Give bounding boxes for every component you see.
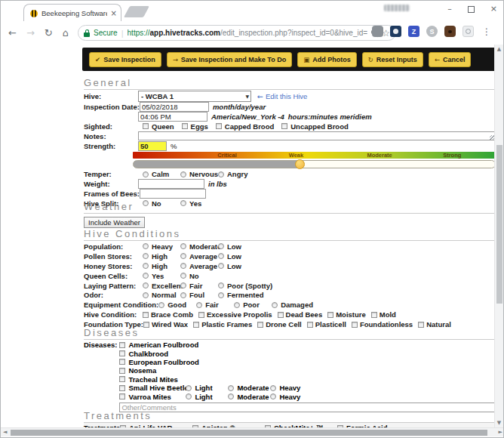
- s-extension-icon[interactable]: S: [426, 26, 438, 37]
- url-divider: |: [121, 29, 124, 38]
- radio-button[interactable]: [180, 273, 186, 279]
- reload-icon[interactable]: ↻: [45, 27, 53, 39]
- radio-button[interactable]: [180, 292, 186, 298]
- option-label: Capped Brood: [225, 122, 274, 131]
- radio-button[interactable]: [143, 171, 149, 177]
- include-weather-button[interactable]: Include Weather: [84, 217, 145, 228]
- disease-chalkbrood: Chalkbrood: [119, 349, 496, 357]
- radio-button[interactable]: [218, 282, 224, 288]
- save-inspection-make-todo-button[interactable]: → Save Inspection and Make To Do: [167, 52, 293, 67]
- hive-condition-row: Hive Condition: Brace Comb Excessive Pro…: [84, 310, 496, 319]
- radio-button[interactable]: [180, 243, 186, 249]
- hive-select[interactable]: - WCBA 1 ▼: [138, 91, 251, 102]
- camera-extension-icon[interactable]: [390, 26, 401, 37]
- radio-button[interactable]: [218, 263, 224, 269]
- strength-slider[interactable]: [133, 160, 496, 168]
- strength-slider-handle[interactable]: [295, 159, 305, 169]
- url-bar[interactable]: Secure | https:// app.hivetracks.com /ed…: [78, 25, 396, 41]
- disease-varroa-mites: Varroa Mites Light Moderate Heavy: [119, 392, 496, 400]
- radio-button[interactable]: [218, 171, 224, 177]
- radio-button[interactable]: [218, 253, 224, 259]
- checkbox[interactable]: [281, 123, 287, 129]
- radio-button[interactable]: [218, 292, 224, 298]
- row-label: Equipment Condition:: [84, 301, 158, 309]
- inspection-date-input[interactable]: [140, 102, 209, 112]
- radio-button[interactable]: [158, 302, 164, 308]
- scroll-right-icon[interactable]: ►: [499, 428, 502, 436]
- cancel-button[interactable]: ← Cancel: [429, 52, 472, 67]
- radio-button[interactable]: [143, 273, 149, 279]
- checkbox[interactable]: [119, 393, 125, 399]
- checkbox[interactable]: [278, 312, 284, 318]
- scroll-left-icon[interactable]: ◄: [3, 428, 7, 436]
- bee-extension-icon[interactable]: [444, 26, 456, 37]
- browser-tab[interactable]: Beekeeping Software | Hi ×: [23, 4, 121, 22]
- weight-input[interactable]: [138, 179, 204, 189]
- vertical-scroll-thumb[interactable]: [496, 145, 502, 304]
- checkbox[interactable]: [182, 123, 188, 129]
- tab-close-icon[interactable]: ×: [111, 9, 117, 17]
- general-section: General Hive: - WCBA 1 ▼ ← Edit this Hiv…: [84, 77, 496, 208]
- radio-button[interactable]: [143, 263, 149, 269]
- button-label: Save Inspection: [103, 56, 155, 63]
- bee-favicon-icon: [30, 10, 38, 17]
- checkbox[interactable]: [119, 385, 125, 391]
- radio-button[interactable]: [228, 385, 234, 391]
- evernote-extension-icon[interactable]: [372, 26, 383, 37]
- checkbox[interactable]: [216, 123, 222, 129]
- radio-button[interactable]: [143, 282, 149, 288]
- browser-menu-icon[interactable]: ⋮: [482, 26, 491, 37]
- notes-input[interactable]: [138, 131, 496, 140]
- checkbox[interactable]: [119, 359, 125, 365]
- radio-button[interactable]: [180, 282, 186, 288]
- radio-button[interactable]: [143, 292, 149, 298]
- frames-of-bees-input[interactable]: [140, 189, 206, 199]
- edit-hive-link[interactable]: ← Edit this Hive: [257, 92, 307, 100]
- close-icon[interactable]: ×: [490, 3, 497, 15]
- save-inspection-button[interactable]: ✔ Save Inspection: [89, 52, 161, 67]
- inspection-time-input[interactable]: [138, 112, 207, 122]
- option-label: Chalkbrood: [128, 350, 168, 358]
- scroll-down-icon[interactable]: ▼: [495, 420, 503, 426]
- checkbox[interactable]: [143, 123, 149, 129]
- back-icon[interactable]: ←: [8, 27, 17, 39]
- radio-button[interactable]: [180, 253, 186, 259]
- scroll-up-icon[interactable]: ▲: [495, 46, 503, 52]
- checkbox[interactable]: [371, 312, 377, 318]
- reset-inputs-button[interactable]: ↻ Reset Inputs: [362, 52, 423, 67]
- radio-button[interactable]: [270, 385, 276, 391]
- frames-of-bees-label: Frames of Bees:: [84, 190, 140, 198]
- add-photos-button[interactable]: ▣ Add Photos: [297, 52, 357, 67]
- checkbox[interactable]: [119, 350, 125, 356]
- radio-button[interactable]: [180, 263, 186, 269]
- strength-input[interactable]: [138, 141, 167, 151]
- checkbox[interactable]: [327, 312, 333, 318]
- forward-icon[interactable]: →: [26, 27, 35, 39]
- radio-button[interactable]: [196, 302, 202, 308]
- radio-button[interactable]: [228, 393, 234, 399]
- checkbox[interactable]: [143, 312, 149, 318]
- horizontal-scroll-thumb[interactable]: [11, 430, 487, 436]
- radio-button[interactable]: [234, 302, 240, 308]
- circle-extension-icon[interactable]: [463, 26, 474, 37]
- maximize-icon[interactable]: [468, 6, 475, 13]
- checkbox[interactable]: [119, 342, 125, 348]
- checkbox[interactable]: [198, 312, 204, 318]
- minimize-icon[interactable]: –: [447, 3, 452, 15]
- new-tab-button[interactable]: [124, 6, 149, 17]
- horizontal-scrollbar[interactable]: ◄ ►: [1, 427, 504, 436]
- home-icon[interactable]: ⌂: [63, 27, 69, 39]
- radio-button[interactable]: [143, 243, 149, 249]
- radio-button[interactable]: [218, 243, 224, 249]
- radio-button[interactable]: [270, 393, 276, 399]
- z-extension-icon[interactable]: Z: [408, 26, 419, 37]
- radio-button[interactable]: [186, 393, 192, 399]
- radio-button[interactable]: [186, 385, 192, 391]
- option: Mold: [371, 310, 396, 319]
- radio-button[interactable]: [180, 171, 186, 177]
- checkbox[interactable]: [119, 376, 125, 382]
- radio-button[interactable]: [143, 253, 149, 259]
- checkbox[interactable]: [119, 368, 125, 374]
- vertical-scrollbar[interactable]: ▲ ▼: [494, 45, 503, 427]
- radio-button[interactable]: [272, 302, 278, 308]
